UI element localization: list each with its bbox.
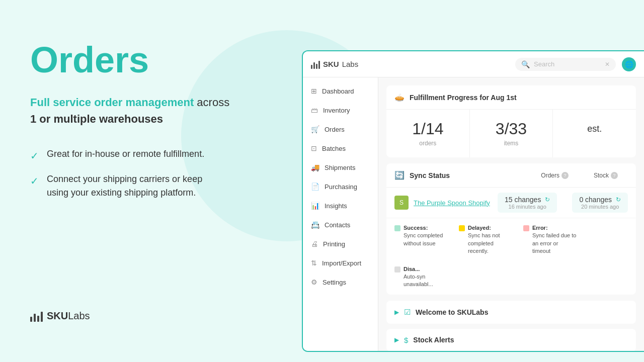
- sidebar-item-shipments[interactable]: 🚚 Shipments: [303, 158, 378, 177]
- sidebar-item-import-export[interactable]: ⇅ Import/Export: [303, 253, 378, 273]
- stat-orders-number: 1/14: [396, 120, 459, 138]
- topbar: SKULabs 🔍 Search ✕ 🌐: [303, 51, 644, 77]
- legend-delayed: Delayed: Sync has not completed recently…: [459, 224, 513, 255]
- subtitle: Full service order management across 1 o…: [30, 94, 267, 127]
- sync-col-orders: Orders ?: [541, 172, 569, 179]
- stat-orders-label: orders: [419, 140, 436, 147]
- logo-labs: Labs: [68, 310, 90, 321]
- welcome-section: ▶ ☑ Welcome to SKULabs: [386, 301, 636, 324]
- legend-success: Success: Sync completed without issue: [394, 224, 449, 255]
- tbar-bar-4: [318, 61, 320, 69]
- orders-refresh-icon[interactable]: ↻: [545, 196, 550, 203]
- legend-dot-success: [394, 225, 400, 231]
- topbar-logo-text: SKU: [323, 60, 339, 68]
- purchasing-icon: 📄: [311, 183, 319, 191]
- nav-label-inventory: Inventory: [323, 107, 350, 114]
- legend-desc-disabled: Auto-syn unavailabl...: [404, 274, 433, 287]
- legend-desc-delayed: Sync has not completed recently.: [468, 232, 500, 254]
- subtitle-rest: across: [197, 96, 229, 109]
- topbar-logo: SKULabs: [311, 60, 358, 69]
- stock-info-icon[interactable]: ?: [611, 172, 618, 179]
- feature-text-1: Great for in-house or remote fulfillment…: [47, 147, 204, 161]
- shopify-icon: S: [394, 196, 409, 210]
- sidebar-item-orders[interactable]: 🛒 Orders: [303, 120, 378, 139]
- sidebar-item-insights[interactable]: 📊 Insights: [303, 196, 378, 215]
- stock-change-number: 0 changes: [579, 196, 612, 204]
- fulfillment-stats: 1/14 orders 3/33 items est.: [386, 110, 636, 157]
- logo-bars-icon: [30, 310, 43, 322]
- orders-change-box: 15 changes ↻ 16 minutes ago: [498, 193, 557, 213]
- sync-legend: Success: Sync completed without issue De…: [386, 218, 636, 295]
- sidebar-item-contacts[interactable]: 📇 Contacts: [303, 215, 378, 234]
- bottom-logo: SKULabs: [30, 310, 267, 322]
- welcome-header[interactable]: ▶ ☑ Welcome to SKULabs: [386, 301, 636, 324]
- fulfillment-header: 🥧 Fulfillment Progress for Aug 1st: [386, 85, 636, 110]
- stock-alerts-section: ▶ $ Stock Alerts: [386, 329, 636, 351]
- topbar-logo-bars: [311, 60, 320, 69]
- feature-text-2: Connect your shipping carriers or keepus…: [47, 172, 202, 200]
- subtitle-line2: 1 or multiple warehouses: [30, 113, 163, 125]
- feature-item: ✓ Great for in-house or remote fulfillme…: [30, 147, 267, 163]
- tbar-bar-3: [316, 64, 317, 69]
- sync-header: 🔄 Sync Status Orders ? Stock ?: [386, 163, 636, 188]
- sync-store-row: S The Purple Spoon Shopify 15 changes ↻ …: [386, 188, 636, 218]
- legend-desc-error: Sync failed due to an error or timeout: [532, 232, 576, 254]
- app-window: SKULabs 🔍 Search ✕ 🌐 ⊞ Dashboard 🗃 Inven…: [302, 50, 644, 352]
- legend-label-delayed: Delayed:: [468, 225, 491, 231]
- store-link[interactable]: The Purple Spoon Shopify: [414, 199, 490, 207]
- sync-title: Sync Status: [410, 171, 450, 179]
- stat-items-number: 3/33: [480, 120, 543, 138]
- stock-alerts-title: Stock Alerts: [413, 336, 454, 344]
- inventory-icon: 🗃: [311, 106, 318, 114]
- stock-refresh-icon[interactable]: ↻: [616, 196, 621, 203]
- contacts-icon: 📇: [311, 221, 319, 229]
- tbar-bar-1: [311, 65, 312, 69]
- stat-est-number: est.: [563, 120, 626, 134]
- stock-change-time: 20 minutes ago: [581, 204, 619, 210]
- stock-alerts-header[interactable]: ▶ $ Stock Alerts: [386, 329, 636, 351]
- logo-bar-2: [34, 314, 36, 322]
- globe-icon[interactable]: 🌐: [622, 57, 636, 71]
- main-content: 🥧 Fulfillment Progress for Aug 1st 1/14 …: [378, 77, 644, 351]
- printing-icon: 🖨: [311, 240, 318, 248]
- import-export-icon: ⇅: [311, 259, 317, 267]
- stat-est: est.: [553, 110, 636, 157]
- sidebar-item-batches[interactable]: ⊡ Batches: [303, 139, 378, 158]
- tbar-bar-2: [313, 62, 315, 69]
- logo-bar-1: [30, 317, 32, 322]
- sync-stock-label: Stock: [594, 172, 609, 179]
- legend-text-error: Error: Sync failed due to an error or ti…: [532, 224, 578, 255]
- nav-label-insights: Insights: [325, 202, 347, 210]
- features-list: ✓ Great for in-house or remote fulfillme…: [30, 147, 267, 200]
- search-clear-icon[interactable]: ✕: [605, 61, 610, 68]
- search-placeholder: Search: [534, 60, 601, 68]
- topbar-logo-labs: Labs: [342, 60, 359, 68]
- dashboard-icon: ⊞: [311, 87, 317, 95]
- feature-item-2: ✓ Connect your shipping carriers or keep…: [30, 172, 267, 200]
- left-panel: Orders Full service order management acr…: [0, 0, 297, 362]
- logo-text: SKULabs: [47, 310, 90, 322]
- legend-dot-delayed: [459, 225, 465, 231]
- sidebar-item-inventory[interactable]: 🗃 Inventory: [303, 101, 378, 120]
- nav-label-contacts: Contacts: [325, 221, 350, 229]
- search-bar[interactable]: 🔍 Search ✕: [515, 58, 616, 71]
- sidebar-item-dashboard[interactable]: ⊞ Dashboard: [303, 81, 378, 101]
- sync-col-stock: Stock ?: [594, 172, 618, 179]
- sidebar-item-purchasing[interactable]: 📄 Purchasing: [303, 177, 378, 196]
- search-icon: 🔍: [521, 60, 530, 68]
- logo-bar-4: [41, 312, 43, 322]
- sync-status-card: 🔄 Sync Status Orders ? Stock ?: [386, 163, 636, 295]
- sidebar-item-settings[interactable]: ⚙ Settings: [303, 273, 378, 292]
- batches-icon: ⊡: [311, 144, 317, 152]
- app-body: ⊞ Dashboard 🗃 Inventory 🛒 Orders ⊡ Batch…: [303, 77, 644, 351]
- orders-info-icon[interactable]: ?: [561, 172, 569, 179]
- nav-label-orders: Orders: [325, 126, 345, 133]
- nav-label-import-export: Import/Export: [322, 259, 361, 267]
- sidebar-item-printing[interactable]: 🖨 Printing: [303, 234, 378, 253]
- nav-label-settings: Settings: [323, 279, 346, 286]
- stock-alerts-icon: $: [404, 336, 408, 344]
- orders-icon: 🛒: [311, 125, 319, 133]
- legend-dot-error: [523, 225, 529, 231]
- check-icon-2: ✓: [30, 173, 39, 189]
- sync-icon: 🔄: [394, 170, 405, 180]
